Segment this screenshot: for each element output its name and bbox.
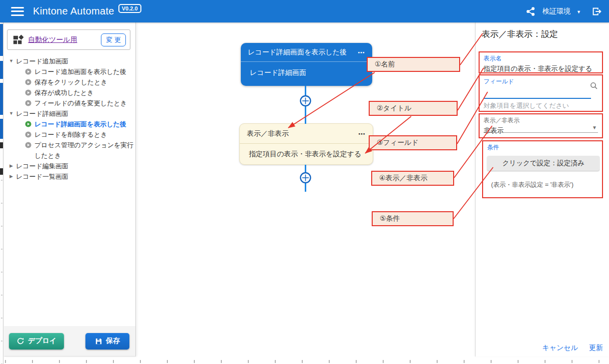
- sidebar-footer: デプロイ 保存: [4, 326, 135, 356]
- tree-group-record-edit[interactable]: ▶ レコード編集画面: [4, 161, 135, 171]
- tree-item[interactable]: 保存が成功したとき: [4, 87, 135, 98]
- tree-group-record-add[interactable]: ▼ レコード追加画面: [4, 56, 135, 66]
- condition-configure-button[interactable]: クリックで設定：設定済み: [487, 156, 600, 171]
- annotation-condition: ⑤条件: [372, 211, 454, 226]
- tree-item-active[interactable]: レコード詳細画面を表示した後: [4, 119, 135, 129]
- update-button[interactable]: 更新: [589, 344, 603, 353]
- window-edge-scroll-strip: [0, 22, 3, 364]
- condition-section: 条件 クリックで設定：設定済み (表示・非表示設定 = '非表示'): [482, 140, 603, 198]
- chevron-down-icon[interactable]: ▼: [577, 9, 581, 14]
- cancel-button[interactable]: キャンセル: [542, 344, 578, 353]
- kintone-automate-window: Kintone Automate V0.2.0 検証環境 ▼: [0, 0, 609, 364]
- event-icon: [25, 100, 31, 106]
- event-icon: [25, 89, 31, 96]
- action-node-subtitle: 指定項目の表示・非表示を設定する: [240, 144, 373, 159]
- event-icon: [25, 131, 31, 138]
- flow-node-trigger[interactable]: レコード詳細画面を表示した後 ⋯ レコード詳細画面: [241, 43, 372, 86]
- tree-item[interactable]: レコードを削除するとき: [4, 129, 135, 140]
- event-icon: [25, 142, 31, 148]
- tree-group-record-detail[interactable]: ▼ レコード詳細画面: [4, 108, 135, 119]
- condition-expression: (表示・非表示設定 = '非表示'): [491, 181, 598, 189]
- search-icon[interactable]: [590, 81, 598, 92]
- logout-icon[interactable]: [591, 6, 602, 17]
- app-grid-icon: [12, 34, 23, 45]
- sidebar: 自動化ツール用 変 更 ▼ レコード追加画面 レコード追加画面を表示した後 保存…: [4, 22, 136, 357]
- field-search-input[interactable]: [484, 87, 591, 99]
- field-label: フィールド: [484, 77, 598, 86]
- tree-item[interactable]: 保存をクリックしたとき: [4, 77, 135, 87]
- display-name-value[interactable]: 指定項目の表示・非表示を設定する: [484, 64, 598, 73]
- visibility-value[interactable]: 非表示: [484, 126, 598, 135]
- display-name-label: 表示名: [484, 54, 598, 63]
- tree-item[interactable]: レコード追加画面を表示した後: [4, 66, 135, 77]
- deploy-button[interactable]: デプロイ: [9, 333, 64, 350]
- environment-selector[interactable]: 検証環境: [543, 7, 571, 16]
- annotation-title: ②タイトル: [369, 101, 458, 116]
- app-selector: 自動化ツール用 変 更: [7, 29, 130, 50]
- field-selector: フィールド 対象項目を選択してください: [479, 74, 603, 112]
- sync-icon: [16, 337, 24, 345]
- event-icon-active: [25, 121, 31, 127]
- app-title: Kintone Automate: [33, 5, 114, 17]
- event-tree: ▼ レコード追加画面 レコード追加画面を表示した後 保存をクリックしたとき 保存…: [4, 55, 135, 182]
- annotation-visibility: ④表示／非表示: [371, 171, 454, 186]
- tree-item[interactable]: プロセス管理のアクションを実行したとき: [4, 140, 135, 161]
- caret-right-icon: ▶: [8, 161, 14, 171]
- app-name-link[interactable]: 自動化ツール用: [28, 35, 77, 44]
- floppy-save-icon: [95, 338, 102, 345]
- more-options-icon[interactable]: ⋯: [358, 130, 366, 138]
- caret-down-icon: ▼: [8, 108, 14, 119]
- dropdown-arrow-icon[interactable]: ▼: [592, 125, 597, 130]
- annotation-name: ①名前: [367, 57, 460, 72]
- more-options-icon[interactable]: ⋯: [358, 48, 365, 56]
- visibility-label: 表示／非表示: [484, 116, 598, 125]
- event-icon: [25, 68, 31, 75]
- save-button[interactable]: 保存: [85, 333, 129, 350]
- flow-node-action[interactable]: 表示／非表示 ⋯ 指定項目の表示・非表示を設定する: [239, 123, 373, 165]
- action-node-title: 表示／非表示: [247, 129, 289, 138]
- tree-group-record-list[interactable]: ▶ レコード一覧画面: [4, 171, 135, 182]
- trigger-node-subtitle: レコード詳細画面: [241, 62, 372, 77]
- caret-right-icon: ▶: [8, 171, 14, 182]
- visibility-select[interactable]: 表示／非表示 非表示 ▼: [479, 113, 603, 138]
- app-header: Kintone Automate V0.2.0 検証環境 ▼: [0, 0, 609, 22]
- annotation-field: ③フィールド: [369, 135, 457, 150]
- bottom-ruler-ticks: [5, 360, 607, 363]
- hamburger-menu-icon[interactable]: [11, 7, 24, 16]
- caret-down-icon: ▼: [8, 56, 14, 66]
- display-name-field: 表示名 指定項目の表示・非表示を設定する: [479, 51, 603, 73]
- condition-label: 条件: [487, 143, 598, 152]
- settings-panel: 表示／非表示：設定 表示名 指定項目の表示・非表示を設定する フィールド 対象項…: [475, 22, 609, 357]
- share-icon[interactable]: [526, 6, 536, 16]
- change-app-button[interactable]: 変 更: [101, 33, 126, 46]
- field-helper-text: 対象項目を選択してください: [484, 101, 598, 110]
- panel-title: 表示／非表示：設定: [482, 28, 603, 40]
- trigger-node-title: レコード詳細画面を表示した後: [248, 48, 347, 57]
- event-icon: [25, 79, 31, 85]
- tree-item[interactable]: フィールドの値を変更したとき: [4, 98, 135, 108]
- version-badge: V0.2.0: [118, 4, 141, 13]
